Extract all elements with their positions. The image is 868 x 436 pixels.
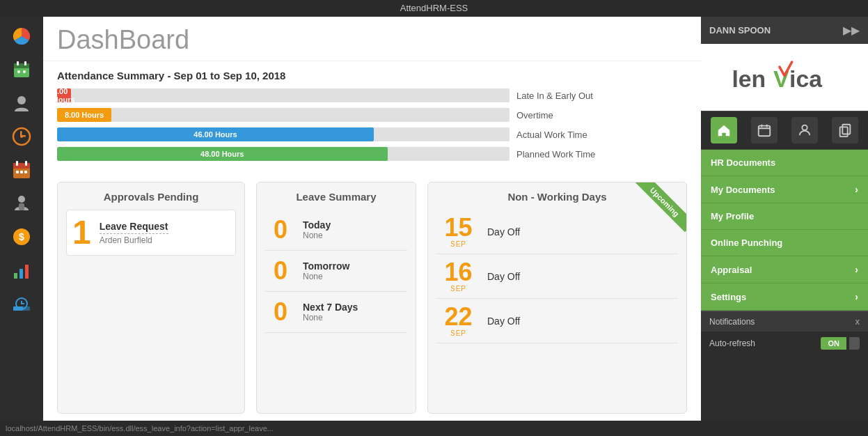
menu-item-hr-documents[interactable]: HR Documents — [701, 150, 868, 176]
svg-rect-13 — [13, 163, 30, 169]
svg-rect-32 — [759, 126, 771, 137]
menu-item-my-profile[interactable]: My Profile — [701, 203, 868, 230]
status-url: localhost/AttendHRM_ESS/bin/ess.dll/ess_… — [6, 424, 274, 433]
autorefresh-row: Auto-refresh ON — [701, 332, 868, 355]
menu-label-hr-documents: HR Documents — [711, 157, 775, 168]
sidebar-icon-stats[interactable] — [7, 256, 36, 285]
cards-section: Approvals Pending 1 Leave Request Arden … — [43, 175, 701, 421]
svg-rect-17 — [20, 171, 23, 173]
menu-item-my-documents[interactable]: My Documents › — [701, 176, 868, 203]
bottom-bar: localhost/AttendHRM_ESS/bin/ess.dll/ess_… — [0, 421, 868, 436]
svg-text:ica: ica — [789, 65, 822, 92]
approval-item[interactable]: 1 Leave Request Arden Burfield — [66, 210, 236, 256]
requester-name: Arden Burfield — [100, 235, 168, 245]
ribbon-wrap: Upcoming — [631, 182, 686, 238]
nwd-date-0: 15 SEP — [439, 215, 478, 248]
menu-item-settings[interactable]: Settings › — [701, 283, 868, 311]
sidebar-toggle-icon[interactable]: ▶▶ — [843, 24, 860, 37]
nwd-month-2: SEP — [450, 329, 466, 337]
toggle-on-button[interactable]: ON — [821, 337, 846, 350]
toggle-off-button[interactable] — [849, 337, 860, 350]
progress-row-1: 2.00 Hours Late In & Early Out — [57, 88, 687, 102]
page-title: DashBoard — [57, 25, 687, 55]
autorefresh-toggle[interactable]: ON — [821, 337, 860, 350]
leave-info-2: Next 7 Days None — [303, 302, 358, 322]
leave-detail-2: None — [303, 313, 358, 322]
sidebar-icon-person[interactable] — [7, 88, 36, 118]
main-content: DashBoard Attendance Summary - Sep 01 to… — [43, 17, 701, 421]
nwd-month-0: SEP — [450, 240, 466, 248]
svg-rect-23 — [14, 273, 17, 279]
progress-bar-container-4: 48.00 Hours — [57, 147, 510, 161]
notifications-bar: Notifications x — [701, 311, 868, 332]
sidebar-icon-calendar[interactable] — [7, 55, 36, 84]
nwd-type-1: Day Off — [487, 271, 520, 282]
svg-rect-16 — [16, 171, 19, 173]
nwd-row-1: 16 SEP Day Off — [436, 254, 678, 299]
right-sidebar: DANN SPOON ▶▶ len V ica — [701, 17, 868, 421]
bar-value-2: 8.00 Hours — [65, 111, 104, 119]
bar-value-4: 48.00 Hours — [200, 150, 244, 158]
bar-label-1: Late In & Early Out — [516, 91, 642, 101]
progress-bar-3: 46.00 Hours — [57, 127, 374, 141]
nav-copy-button[interactable] — [832, 117, 858, 143]
leave-row-0: 0 Today None — [265, 210, 407, 251]
svg-point-6 — [23, 70, 26, 73]
approval-count: 1 — [72, 216, 91, 249]
leave-count-2: 0 — [268, 297, 293, 327]
nwd-day-0: 15 — [444, 215, 472, 240]
attendance-title: Attendance Summary - Sep 01 to Sep 10, 2… — [57, 70, 687, 81]
leave-period-0: Today — [303, 219, 331, 231]
leave-count-1: 0 — [268, 256, 293, 286]
sidebar-icon-calendar2[interactable] — [7, 155, 36, 185]
sidebar-icon-money[interactable]: $ — [7, 222, 36, 251]
approvals-card-title: Approvals Pending — [66, 191, 236, 203]
upcoming-ribbon: Upcoming — [635, 182, 686, 232]
nav-home-button[interactable] — [711, 117, 737, 143]
nwd-date-2: 22 SEP — [439, 304, 478, 337]
svg-rect-18 — [24, 171, 27, 173]
menu-label-my-documents: My Documents — [711, 185, 775, 195]
non-working-days-card: Upcoming Non - Working Days 15 SEP Day O… — [427, 182, 687, 414]
autorefresh-label: Auto-refresh — [709, 338, 755, 348]
left-sidebar: $ — [0, 17, 43, 421]
menu-label-appraisal: Appraisal — [711, 265, 752, 275]
leave-detail-1: None — [303, 272, 349, 281]
chevron-appraisal: › — [855, 264, 858, 275]
svg-point-19 — [18, 196, 25, 203]
svg-rect-15 — [25, 161, 27, 166]
svg-rect-14 — [16, 161, 18, 166]
progress-row-2: 8.00 Hours Overtime — [57, 108, 687, 122]
svg-text:$: $ — [19, 231, 24, 242]
sidebar-icon-chart[interactable] — [7, 22, 36, 51]
sidebar-icon-clock[interactable] — [7, 122, 36, 151]
nav-calendar-button[interactable] — [751, 117, 778, 143]
menu-item-online-punching[interactable]: Online Punching — [701, 230, 868, 256]
menu-item-appraisal[interactable]: Appraisal › — [701, 256, 868, 283]
svg-point-11 — [20, 135, 23, 138]
nav-user-button[interactable] — [791, 117, 818, 143]
progress-row-3: 46.00 Hours Actual Work Time — [57, 127, 687, 141]
leave-summary-title: Leave Summary — [265, 191, 407, 203]
sidebar-icon-user2[interactable] — [7, 189, 36, 218]
svg-text:len: len — [732, 65, 766, 92]
menu-label-online-punching: Online Punching — [711, 238, 782, 248]
nwd-day-1: 16 — [444, 260, 472, 285]
sidebar-icon-chart2[interactable] — [7, 289, 36, 318]
notifications-label: Notifications — [709, 317, 755, 327]
attendance-section: Attendance Summary - Sep 01 to Sep 10, 2… — [43, 61, 701, 175]
request-type: Leave Request — [100, 221, 168, 234]
svg-rect-3 — [17, 61, 19, 65]
notifications-close-button[interactable]: x — [855, 316, 860, 327]
svg-rect-24 — [19, 269, 23, 279]
svg-rect-35 — [840, 127, 848, 137]
svg-rect-20 — [19, 203, 24, 210]
progress-bar-2: 8.00 Hours — [57, 108, 111, 122]
bar-label-2: Overtime — [516, 110, 642, 120]
leave-detail-0: None — [303, 231, 331, 240]
approvals-card: Approvals Pending 1 Leave Request Arden … — [57, 182, 245, 414]
progress-bar-container-2: 8.00 Hours — [57, 108, 510, 122]
nwd-date-1: 16 SEP — [439, 260, 478, 293]
user-name: DANN SPOON — [709, 25, 771, 36]
leave-row-1: 0 Tomorrow None — [265, 251, 407, 292]
